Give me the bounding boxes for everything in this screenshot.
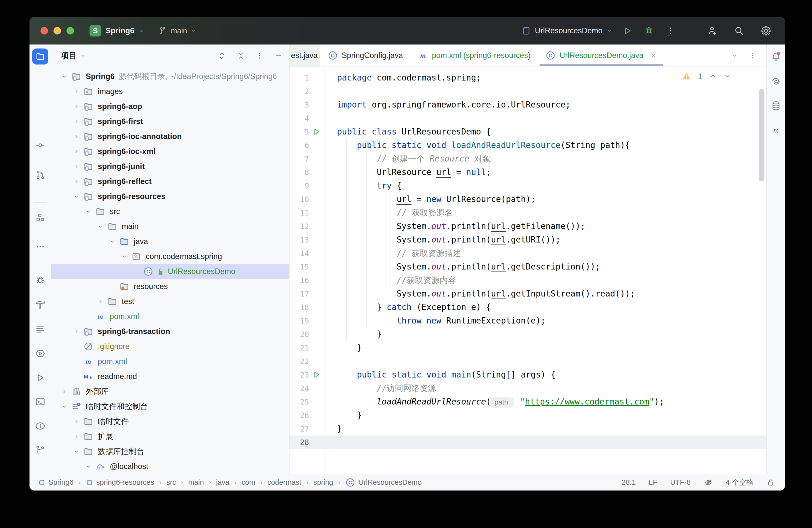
chevron-right-icon[interactable]	[94, 298, 107, 305]
tree-item-urlresourcesdemo[interactable]: CUrlResourcesDemo	[51, 264, 289, 279]
chevron-down-icon[interactable]	[118, 253, 131, 260]
close-tab-icon[interactable]	[650, 52, 657, 59]
next-problem-icon[interactable]	[724, 72, 731, 80]
notifications-icon[interactable]	[770, 51, 782, 62]
debug-button[interactable]	[642, 24, 656, 38]
close-window-button[interactable]	[41, 27, 48, 34]
kebab-menu-icon[interactable]	[256, 52, 263, 60]
chevron-down-icon[interactable]	[82, 208, 95, 215]
expand-all-icon[interactable]	[218, 52, 226, 60]
tree-item-readme-md[interactable]: Mreadme.md	[51, 369, 289, 384]
chevron-right-icon[interactable]	[58, 388, 71, 395]
hidden-tabs-icon[interactable]	[731, 52, 738, 59]
chevron-down-icon[interactable]	[94, 223, 107, 230]
tree-item--[interactable]: 临时文件	[51, 414, 289, 429]
url-string[interactable]: https://www.codermast.com	[525, 397, 649, 407]
tree-item-spring6-aop[interactable]: spring6-aop	[51, 99, 289, 114]
breadcrumb-item-spring[interactable]: spring	[314, 478, 333, 486]
inspection-widget[interactable]: 1	[682, 72, 731, 80]
chevron-right-icon[interactable]	[70, 118, 83, 125]
tree-item--[interactable]: 扩展	[51, 429, 289, 444]
inspections-toggle-icon[interactable]	[704, 478, 713, 487]
hide-panel-icon[interactable]	[274, 52, 282, 60]
zoom-window-button[interactable]	[67, 27, 74, 34]
settings-gear-icon[interactable]	[759, 24, 773, 38]
maven-tool-icon[interactable]: m	[770, 124, 782, 136]
chevron-right-icon[interactable]	[70, 328, 83, 335]
tree-item-test[interactable]: test	[51, 294, 289, 309]
prev-problem-icon[interactable]	[709, 72, 717, 80]
breadcrumb-item-spring6[interactable]: Spring6	[38, 478, 73, 486]
run-tool-icon[interactable]	[35, 372, 45, 383]
database-tool-icon[interactable]	[771, 101, 781, 111]
tree-item-com-codermast-spring[interactable]: com.codermast.spring	[51, 249, 289, 264]
tree-item-spring6-transaction[interactable]: spring6-transaction	[51, 324, 289, 339]
run-configuration-widget[interactable]: UrlResourcesDemo	[522, 26, 612, 35]
tree-item-src[interactable]: src	[51, 204, 289, 219]
file-encoding[interactable]: UTF-8	[670, 478, 691, 486]
tree-item-spring6-first[interactable]: spring6-first	[51, 114, 289, 129]
tab-pom-xml-spring6-resources-[interactable]: mpom.xml (spring6-resources)	[410, 44, 538, 67]
chevron-right-icon[interactable]	[70, 178, 83, 185]
chevron-right-icon[interactable]	[70, 88, 83, 95]
git-tool-icon[interactable]	[35, 444, 45, 455]
project-widget[interactable]: S Spring6	[89, 25, 144, 36]
chevron-down-icon[interactable]	[106, 238, 119, 245]
tab-urlresourcesdemo-java[interactable]: CUrlResourcesDemo.java	[538, 44, 665, 67]
more-tools-icon[interactable]	[35, 242, 45, 251]
tree-item-spring6[interactable]: Spring6源代码根目录, ~/IdeaProjects/Spring6/Sp…	[51, 69, 289, 84]
chevron-right-icon[interactable]	[70, 163, 83, 170]
tree-item-pom-xml[interactable]: mpom.xml	[51, 309, 289, 324]
tree-item--[interactable]: 外部库	[51, 384, 289, 399]
run-gutter-icon[interactable]	[309, 370, 324, 379]
tab-est-java[interactable]: est.java	[290, 44, 320, 67]
tree-item-main[interactable]: main	[51, 219, 289, 234]
build-tool-icon[interactable]	[35, 299, 45, 310]
caret-position[interactable]: 28:1	[622, 478, 636, 486]
ai-assistant-icon[interactable]	[771, 76, 781, 87]
breadcrumb-item-src[interactable]: src	[166, 478, 176, 486]
problems-tool-icon[interactable]	[35, 421, 46, 431]
chevron-right-icon[interactable]	[70, 133, 83, 140]
chevron-right-icon[interactable]	[70, 418, 83, 425]
chevron-right-icon[interactable]	[70, 103, 83, 110]
tree-item--[interactable]: 临时文件和控制台	[51, 399, 289, 414]
tree-item-pom-xml[interactable]: mpom.xml	[51, 354, 289, 369]
tree-item--[interactable]: 数据库控制台	[51, 444, 289, 459]
code-with-me-icon[interactable]	[705, 24, 719, 38]
breadcrumb-item-urlresourcesdemo[interactable]: CUrlResourcesDemo	[345, 478, 421, 487]
chevron-right-icon[interactable]	[70, 433, 83, 440]
tree-item-images[interactable]: images	[51, 84, 289, 99]
more-actions-icon[interactable]	[664, 24, 678, 38]
tree-item-spring6-ioc-annotation[interactable]: spring6-ioc-annotation	[51, 129, 289, 144]
tab-options-icon[interactable]	[749, 52, 757, 59]
tree-item-spring6-reflect[interactable]: spring6-reflect	[51, 174, 289, 189]
breadcrumb-item-spring6-resources[interactable]: spring6-resources	[86, 478, 154, 486]
tree-item--localhost[interactable]: @localhost	[51, 459, 289, 474]
debug-tool-icon[interactable]	[35, 275, 45, 285]
chevron-right-icon[interactable]	[70, 148, 83, 155]
chevron-down-icon[interactable]	[58, 403, 71, 410]
breadcrumb-item-com[interactable]: com	[242, 478, 255, 486]
collapse-all-icon[interactable]	[236, 52, 245, 60]
structure-tool-icon[interactable]	[35, 212, 45, 222]
minimize-window-button[interactable]	[54, 27, 61, 34]
breadcrumb-item-codermast[interactable]: codermast	[267, 478, 301, 486]
chevron-down-icon[interactable]	[70, 193, 83, 200]
tab-springconfig-java[interactable]: CSpringConfig.java	[320, 44, 410, 67]
tree-item-java[interactable]: java	[51, 234, 289, 249]
run-button[interactable]	[621, 24, 635, 38]
chevron-down-icon[interactable]	[58, 73, 71, 80]
commit-tool-icon[interactable]	[35, 140, 45, 150]
services-tool-icon[interactable]	[35, 348, 46, 359]
tree-item-spring6-resources[interactable]: spring6-resources	[51, 189, 289, 204]
tree-item-resources[interactable]: resources	[51, 279, 289, 294]
tree-item-spring6-junit[interactable]: spring6-junit	[51, 159, 289, 174]
run-gutter-icon[interactable]	[309, 128, 324, 136]
indent-info[interactable]: 4 个空格	[726, 478, 754, 487]
breadcrumb-item-java[interactable]: java	[216, 478, 229, 486]
line-separator[interactable]: LF	[649, 478, 657, 486]
project-tool-button[interactable]	[32, 48, 48, 64]
search-everywhere-icon[interactable]	[732, 24, 746, 38]
chevron-down-icon[interactable]	[82, 463, 95, 470]
